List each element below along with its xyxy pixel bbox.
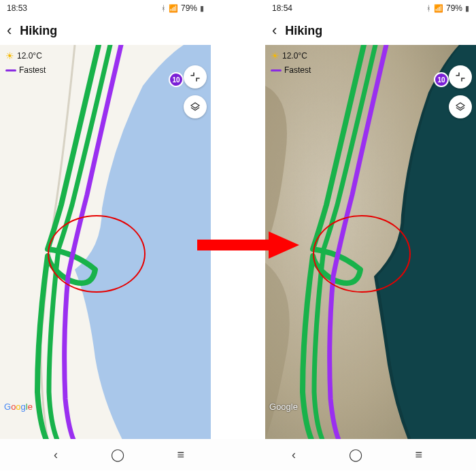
nav-back-button[interactable]: ‹ (54, 448, 58, 462)
phone-right: 18:54 ᚼ 📶 79% ▮ ‹ Hiking (265, 0, 476, 439)
back-button[interactable]: ‹ (7, 23, 12, 38)
weather-icon: ☀ (271, 50, 279, 61)
back-button[interactable]: ‹ (272, 23, 277, 38)
layers-button[interactable] (449, 95, 472, 118)
nav-back-button[interactable]: ‹ (292, 448, 296, 462)
status-time: 18:54 (272, 3, 292, 13)
status-battery: 79% (446, 3, 462, 13)
legend-label: Fastest (19, 65, 46, 75)
collapse-button[interactable] (449, 65, 472, 88)
wifi-icon: 📶 (169, 4, 178, 13)
bluetooth-icon: ᚼ (161, 4, 166, 12)
app-header: ‹ Hiking (265, 16, 476, 45)
legend-swatch (5, 69, 16, 71)
legend-swatch (271, 69, 282, 71)
nav-recent-button[interactable]: ≡ (177, 448, 185, 462)
map-attribution: Google (269, 402, 298, 412)
map-area-default[interactable]: ☀ 12.0°C Fastest 10 Google (0, 45, 211, 439)
app-header: ‹ Hiking (0, 16, 211, 45)
nav-home-button[interactable]: ◯ (349, 447, 362, 462)
map-info-overlay: ☀ 12.0°C Fastest (5, 50, 46, 75)
weather-icon: ☀ (5, 50, 14, 61)
temperature-value: 12.0°C (17, 51, 42, 61)
map-area-satellite[interactable]: ☀ 12.0°C Fastest 10 Google (265, 45, 476, 439)
android-nav-bar: ‹ ◯ ≡ ‹ ◯ ≡ (0, 439, 476, 470)
legend-label: Fastest (284, 65, 311, 75)
map-attribution: Google (4, 402, 33, 412)
phone-left: 18:53 ᚼ 📶 79% ▮ ‹ Hiking ☀ (0, 0, 211, 439)
temperature-value: 12.0°C (282, 51, 307, 61)
layers-button[interactable] (184, 95, 207, 118)
wifi-icon: 📶 (434, 4, 443, 13)
status-battery: 79% (181, 3, 197, 13)
nav-home-button[interactable]: ◯ (111, 447, 124, 462)
battery-icon: ▮ (200, 4, 204, 13)
status-bar: 18:54 ᚼ 📶 79% ▮ (265, 0, 476, 16)
battery-icon: ▮ (465, 4, 469, 13)
bluetooth-icon: ᚼ (426, 4, 431, 12)
map-info-overlay: ☀ 12.0°C Fastest (271, 50, 311, 75)
route-number-badge: 10 (434, 72, 449, 87)
collapse-button[interactable] (184, 65, 207, 88)
legend-fastest: Fastest (271, 65, 311, 75)
page-title: Hiking (285, 24, 322, 38)
status-time: 18:53 (7, 3, 27, 13)
route-number-badge: 10 (169, 72, 184, 87)
nav-recent-button[interactable]: ≡ (415, 448, 423, 462)
status-bar: 18:53 ᚼ 📶 79% ▮ (0, 0, 211, 16)
page-title: Hiking (20, 24, 57, 38)
legend-fastest: Fastest (5, 65, 46, 75)
